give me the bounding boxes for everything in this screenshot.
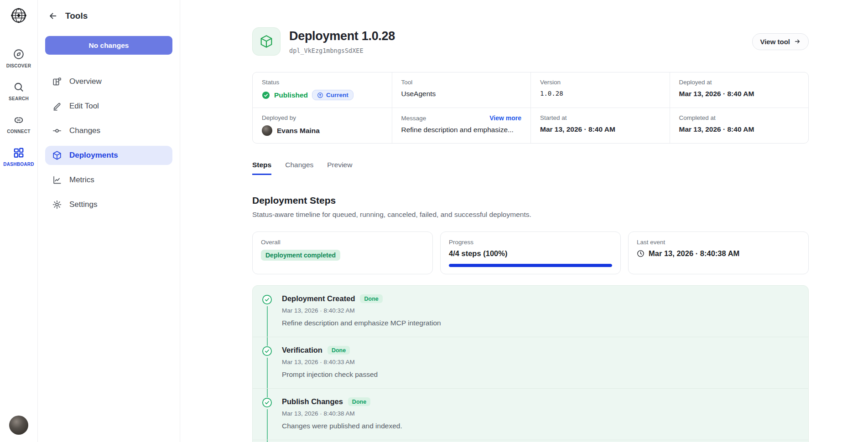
message-cell: Message View more Refine description and… [392,108,531,143]
message-label: Message [401,115,426,122]
step-timestamp: Mar 13, 2026 · 8:40:33 AM [282,359,797,365]
rail-item-search[interactable]: SEARCH [0,81,37,101]
tool-label: Tool [401,79,522,86]
progress-value: 4/4 steps (100%) [449,249,612,258]
check-circle-icon [262,91,270,99]
step-check-icon [262,397,272,408]
sidebar-title: Tools [65,11,88,21]
sidebar-item-label: Metrics [69,175,94,185]
no-changes-button[interactable]: No changes [45,36,172,55]
progress-label: Progress [449,239,612,246]
step-description: Refine description and emphasize MCP int… [282,319,797,327]
link-icon [13,114,25,126]
sidebar-item-label: Changes [69,126,100,135]
deployer-name: Evans Maina [277,127,320,135]
step-timestamp: Mar 13, 2026 · 8:40:32 AM [282,307,797,314]
commit-icon [52,126,62,136]
started-at-value: Mar 13, 2026 · 8:40 AM [540,125,660,134]
progress-bar [449,264,612,267]
sidebar-item-label: Edit Tool [69,102,99,111]
sidebar-item-metrics[interactable]: Metrics [45,170,172,190]
overall-label: Overall [261,239,424,246]
completed-at-value: Mar 13, 2026 · 8:40 AM [679,125,800,134]
sidebar-header: Tools [45,11,172,21]
section-title: Deployment Steps [252,195,809,206]
rail-item-label: DISCOVER [6,63,31,68]
tool-sidebar: Tools No changes Overview Edit Tool Chan… [38,0,180,442]
status-value-row: Published Current [262,90,383,100]
last-event-label: Last event [637,239,800,246]
last-event-card: Last event Mar 13, 2026 · 8:40:38 AM [628,231,809,274]
clock-icon [637,250,645,257]
tab-steps[interactable]: Steps [252,161,271,175]
rail-item-label: SEARCH [9,96,29,101]
message-value: Refine description and emphasize... [401,126,522,134]
step-status-badge: Done [348,397,370,406]
progress-card: Progress 4/4 steps (100%) [440,231,621,274]
main-content: Deployment 1.0.28 dpl_VkEzg1mbngsSdXEE V… [180,0,868,442]
version-cell: Version 1.0.28 [530,72,670,108]
deployed-at-label: Deployed at [679,79,800,86]
timeline-step: Deployment Created Done Mar 13, 2026 · 8… [253,286,808,337]
app-logo[interactable] [10,6,28,25]
view-tool-label: View tool [760,38,790,46]
summary-cards: Overall Deployment completed Progress 4/… [252,231,809,274]
sidebar-item-edit-tool[interactable]: Edit Tool [45,97,172,116]
step-title: Publish Changes [282,397,343,406]
step-title-row: Publish Changes Done [282,397,797,406]
version-value: 1.0.28 [540,90,660,97]
cube-icon [52,150,62,160]
version-label: Version [540,79,660,86]
overall-card: Overall Deployment completed [252,231,433,274]
timeline-step: Verification Done Mar 13, 2026 · 8:40:33… [253,337,808,388]
sidebar-item-overview[interactable]: Overview [45,72,172,91]
current-badge: Current [312,90,353,100]
started-at-cell: Started at Mar 13, 2026 · 8:40 AM [530,108,670,143]
arrow-right-icon [794,38,801,45]
step-title-row: Verification Done [282,346,797,355]
sidebar-nav: Overview Edit Tool Changes Deployments [45,72,172,214]
started-at-label: Started at [540,114,660,121]
progress-bar-fill [449,264,612,267]
arrow-up-circle-icon [317,92,323,98]
step-description: Prompt injection check passed [282,370,797,379]
timeline-step: Finalized Done [253,440,808,442]
sidebar-item-settings[interactable]: Settings [45,195,172,214]
overview-icon [52,77,62,87]
current-badge-label: Current [326,92,348,98]
deployment-info-table: Status Published Current Tool UseAgents [252,72,809,144]
deployment-header: Deployment 1.0.28 dpl_VkEzg1mbngsSdXEE V… [252,27,809,56]
tab-preview[interactable]: Preview [327,161,352,175]
search-icon [13,81,25,93]
user-avatar[interactable] [9,416,28,435]
sidebar-item-label: Deployments [69,151,118,160]
completed-at-cell: Completed at Mar 13, 2026 · 8:40 AM [670,108,809,143]
metrics-chart-icon [52,175,62,185]
rail-item-connect[interactable]: CONNECT [0,114,37,134]
compass-icon [13,48,25,60]
tab-changes[interactable]: Changes [285,161,313,175]
deployed-by-cell: Deployed by Evans Maina [253,108,392,143]
sidebar-item-label: Overview [69,77,102,86]
view-tool-button[interactable]: View tool [752,33,809,50]
icon-rail: DISCOVER SEARCH CONNECT DASHB [0,0,38,442]
rail-nav: DISCOVER SEARCH CONNECT DASHB [0,48,37,167]
rail-item-discover[interactable]: DISCOVER [0,48,37,68]
tool-value: UseAgents [401,90,522,98]
view-more-link[interactable]: View more [489,114,521,122]
sidebar-item-deployments[interactable]: Deployments [45,146,172,165]
rail-item-dashboard[interactable]: DASHBOARD [0,147,37,167]
step-title: Deployment Created [282,294,355,303]
sidebar-item-label: Settings [69,200,97,209]
deployed-at-cell: Deployed at Mar 13, 2026 · 8:40 AM [670,72,809,108]
section-description: Status-aware timeline for queued, runnin… [252,211,809,219]
deployed-by-row: Evans Maina [262,125,383,136]
deployment-cube-icon [259,34,274,49]
step-status-badge: Done [327,346,350,355]
deployer-avatar [262,125,272,136]
back-arrow-icon[interactable] [48,11,58,21]
detail-tabs: Steps Changes Preview [252,161,809,175]
step-status-badge: Done [360,294,382,303]
sidebar-item-changes[interactable]: Changes [45,121,172,140]
status-cell: Status Published Current [253,72,392,108]
